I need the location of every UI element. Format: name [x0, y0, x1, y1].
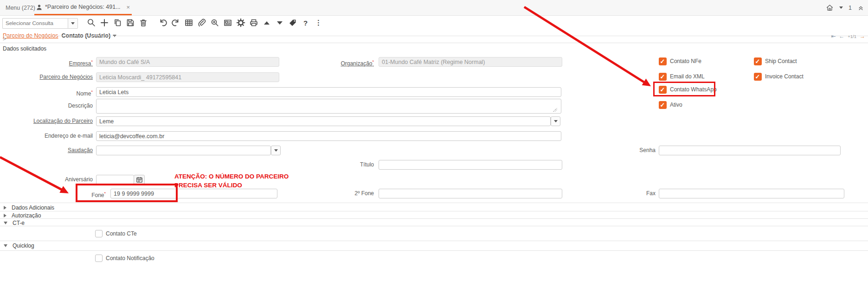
ship-contact-checkbox[interactable] [754, 57, 762, 65]
detail-record-icon[interactable] [273, 17, 286, 28]
localizacao-dropdown-button[interactable] [551, 116, 560, 126]
field-label-parceiro[interactable]: Parceiro de Negócios [2, 72, 93, 82]
chevron-down-icon [71, 22, 75, 25]
report-icon[interactable] [221, 17, 234, 28]
previous-record-icon[interactable]: ← [839, 33, 844, 39]
section-dados-adicionais[interactable]: Dados Adicionais [4, 204, 54, 211]
print-icon[interactable] [247, 17, 260, 28]
parceiro-field[interactable] [96, 72, 279, 82]
divider [0, 241, 868, 241]
tab-bar: Menu (272) *Parceiro de Negócios: 491...… [0, 0, 868, 16]
annotation-box-fone [76, 184, 178, 202]
empresa-field[interactable] [96, 57, 279, 67]
contato-notificacao-checkbox[interactable] [95, 255, 103, 262]
zoom-icon[interactable] [208, 17, 221, 28]
field-label-organizacao[interactable]: Organização* [283, 57, 374, 69]
saudacao-field[interactable] [96, 146, 271, 155]
field-label-fax: Fax [563, 189, 656, 198]
field-label-empresa[interactable]: Empresa* [2, 57, 93, 69]
tab-menu-label: Menu (272) [6, 5, 35, 11]
aniversario-field[interactable] [96, 175, 134, 185]
section-autorizacao[interactable]: Autorização [4, 212, 41, 219]
divider [0, 218, 868, 219]
panel-title: Dados solicitados [3, 45, 46, 52]
help-icon[interactable]: ? [299, 17, 312, 28]
organizacao-field[interactable] [379, 57, 562, 67]
copy-icon[interactable] [111, 17, 123, 28]
calendar-icon[interactable] [134, 175, 145, 185]
field-label-descricao: Descrição [2, 101, 93, 111]
titulo-field[interactable] [379, 160, 562, 170]
chevron-down-icon [274, 149, 278, 152]
field-label-aniversario: Aniversário [2, 175, 93, 185]
settings-gear-icon[interactable] [234, 17, 247, 28]
field-label-localizacao[interactable]: Localização do Parceiro [2, 116, 93, 126]
window-count: 1 [849, 5, 852, 11]
descricao-field[interactable] [96, 99, 561, 114]
contato-nfe-label: Contato NFe [670, 57, 701, 65]
fax-field[interactable] [659, 189, 844, 198]
first-record-icon[interactable]: ⇤ [831, 33, 836, 39]
saudacao-dropdown-button[interactable] [271, 146, 281, 155]
chevron-down-icon [554, 120, 558, 122]
field-label-saudacao[interactable]: Saudação [2, 146, 93, 155]
user-icon [36, 4, 42, 10]
tab-business-partner[interactable]: *Parceiro de Negócios: 491... × [34, 0, 132, 15]
tab-menu[interactable]: Menu (272) [6, 0, 35, 15]
toolbar: ? ⋮ [0, 16, 868, 30]
collapse-all-icon[interactable] [857, 4, 864, 11]
next-record-icon[interactable]: → [860, 33, 865, 39]
field-label-titulo: Título [283, 160, 374, 170]
label-tag-icon[interactable] [286, 17, 299, 28]
field-label-senha: Senha [563, 146, 656, 155]
email-field[interactable] [96, 131, 561, 141]
localizacao-field[interactable] [96, 116, 551, 126]
ship-contact-label: Ship Contact [765, 57, 797, 65]
email-xml-label: Email do XML [670, 73, 705, 81]
caret-down-icon [4, 244, 7, 247]
caret-right-icon [4, 214, 6, 217]
contato-cte-checkbox[interactable] [95, 230, 103, 237]
home-icon[interactable] [826, 4, 834, 12]
resize-handle[interactable] [553, 108, 557, 112]
breadcrumb-row: Parceiro de Negócios > Contato (Usuário)… [0, 30, 868, 43]
section-cte[interactable]: CT-e [4, 220, 25, 226]
record-pagination: ⇤ ← +1/1 → [831, 33, 865, 39]
contato-notificacao-label: Contato Notificação [106, 255, 154, 262]
nome-field[interactable] [96, 87, 561, 97]
ativo-label: Ativo [670, 101, 682, 109]
grid-toggle-icon[interactable] [182, 17, 195, 28]
caret-right-icon [4, 206, 6, 210]
senha-field[interactable] [659, 146, 841, 155]
record-count-label: +1/1 [848, 34, 856, 39]
breadcrumb-separator: > [3, 36, 868, 36]
divider [0, 203, 868, 203]
fone2-field[interactable] [379, 189, 562, 198]
caret-down-icon [4, 222, 7, 224]
contato-nfe-checkbox[interactable] [659, 57, 667, 65]
divider [0, 250, 868, 251]
divider [0, 211, 868, 211]
more-options-icon[interactable]: ⋮ [312, 17, 325, 28]
parent-record-icon[interactable] [260, 17, 273, 28]
search-icon[interactable] [85, 17, 97, 28]
select-query-input[interactable] [2, 18, 68, 29]
refresh-icon[interactable] [169, 17, 182, 28]
breadcrumb: Parceiro de Negócios > Contato (Usuário) [3, 32, 116, 39]
field-label-fone2: 2º Fone [283, 189, 374, 198]
field-label-email: Endereço de e-mail [2, 131, 93, 141]
divider [0, 226, 868, 226]
undo-icon[interactable] [156, 17, 169, 28]
close-icon[interactable]: × [127, 4, 130, 10]
select-query-dropdown-button[interactable] [68, 18, 78, 29]
ativo-checkbox[interactable] [659, 101, 667, 109]
chevron-down-icon[interactable] [839, 6, 843, 9]
attachment-icon[interactable] [195, 17, 208, 28]
annotation-warning-text: ATENÇÃO: O NÚMERO DO PARCEIRO PRECISA SE… [174, 172, 289, 190]
delete-icon[interactable] [137, 17, 149, 28]
section-quicklog[interactable]: Quicklog [4, 242, 34, 249]
email-xml-checkbox[interactable] [659, 73, 667, 81]
save-icon[interactable] [124, 17, 136, 28]
invoice-contact-checkbox[interactable] [754, 73, 762, 81]
new-record-icon[interactable] [98, 17, 110, 28]
